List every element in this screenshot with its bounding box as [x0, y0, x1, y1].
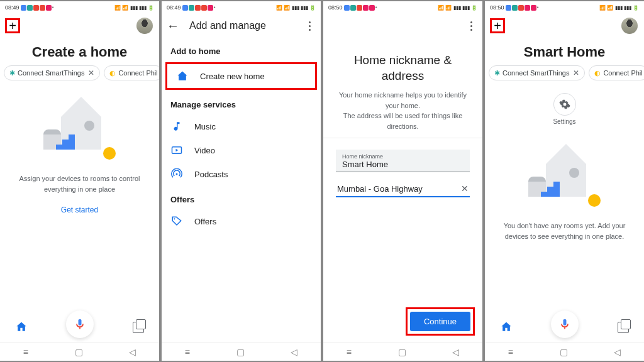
home-button[interactable]: ▢ [560, 347, 568, 357]
app-bar: + [485, 14, 644, 38]
section-add-to-home: Add to home [162, 38, 321, 61]
add-button[interactable]: + [5, 18, 20, 33]
house-illustration [524, 144, 606, 213]
svg-point-1 [176, 173, 178, 175]
item-offers[interactable]: Offers [162, 209, 321, 233]
section-manage-services: Manage services [162, 91, 321, 114]
system-navbar: ≡▢◁ [162, 342, 321, 361]
status-icons: 📶 📶 ▮▮▮ ▮▮▮ 🔋 [599, 5, 639, 11]
status-icons: 📶 📶 ▮▮▮ ▮▮▮ 🔋 [114, 5, 154, 11]
chip-smartthings[interactable]: ✱Connect SmartThings✕ [4, 65, 100, 80]
status-bar: 08:50 • 📶 📶 ▮▮▮ ▮▮▮ 🔋 [485, 1, 644, 14]
discover-tab-icon[interactable] [618, 322, 629, 333]
chip-philips[interactable]: ◐Connect Phil [589, 65, 644, 80]
suggestion-chips: ✱Connect SmartThings✕ ◐Connect Phil [485, 60, 644, 85]
status-bar: 08:49 • 📶 📶 ▮▮▮ ▮▮▮ 🔋 [162, 1, 321, 14]
more-icon[interactable] [465, 18, 477, 33]
nickname-value: Smart Home [342, 160, 464, 169]
clear-address-icon[interactable]: ✕ [461, 184, 469, 194]
recents-button[interactable]: ≡ [347, 347, 352, 357]
podcasts-icon [170, 168, 183, 180]
item-podcasts[interactable]: Podcasts [162, 162, 321, 186]
system-navbar: ≡▢◁ [323, 342, 482, 361]
screen-nickname-address: 08:50 • 📶 📶 ▮▮▮ ▮▮▮ 🔋 Home nickname & ad… [323, 1, 482, 361]
clock: 08:49 [5, 4, 19, 11]
suggestion-chips: ✱Connect SmartThings✕ ◐Connect Phil [0, 60, 159, 85]
home-button[interactable]: ▢ [398, 347, 406, 357]
screen-create-home: 08:49 • 📶 📶 ▮▮▮ ▮▮▮ 🔋 + Create a home ✱C… [0, 1, 159, 361]
tag-icon [170, 215, 183, 228]
status-icons: 📶 📶 ▮▮▮ ▮▮▮ 🔋 [438, 5, 477, 11]
back-button[interactable]: ◁ [452, 347, 459, 357]
recents-button[interactable]: ≡ [508, 347, 513, 357]
home-button[interactable]: ▢ [236, 347, 245, 357]
get-started-button[interactable]: Get started [0, 206, 159, 214]
status-bar: 08:49 • 📶 📶 ▮▮▮ ▮▮▮ 🔋 [0, 1, 159, 14]
chip-smartthings[interactable]: ✱Connect SmartThings✕ [489, 65, 585, 80]
continue-button[interactable]: Continue [410, 312, 470, 331]
page-title: Smart Home [485, 44, 644, 60]
clock: 08:50 [328, 4, 343, 11]
status-bar: 08:50 • 📶 📶 ▮▮▮ ▮▮▮ 🔋 [323, 1, 482, 14]
more-icon[interactable] [303, 18, 316, 33]
add-button[interactable]: + [490, 18, 505, 33]
assistant-mic-button[interactable] [551, 310, 579, 338]
recents-button[interactable]: ≡ [185, 347, 190, 357]
system-navbar: ≡▢◁ [0, 342, 159, 361]
home-button[interactable]: ▢ [75, 347, 83, 357]
back-button[interactable]: ◁ [129, 347, 136, 357]
back-button[interactable]: ◁ [291, 347, 297, 357]
home-icon [176, 70, 189, 82]
app-bar [323, 14, 482, 38]
helper-text: Assign your devices to rooms to controle… [0, 173, 159, 194]
page-title: Create a home [0, 44, 159, 60]
helper-text: You don't have any rooms yet. Add yourde… [485, 221, 644, 241]
settings-label: Settings [485, 118, 644, 125]
clock: 08:50 [490, 4, 504, 11]
back-icon[interactable]: ← [167, 19, 179, 33]
account-avatar[interactable] [136, 18, 153, 34]
item-video[interactable]: Video [162, 138, 321, 162]
recents-button[interactable]: ≡ [23, 347, 28, 357]
chip-philips[interactable]: ◐Connect Phil [104, 65, 159, 80]
app-bar: ← Add and manage [162, 14, 321, 38]
discover-tab-icon[interactable] [133, 322, 144, 333]
address-field[interactable]: Mumbai - Goa Highway ✕ [336, 180, 470, 197]
back-button[interactable]: ◁ [614, 347, 621, 357]
assistant-mic-button[interactable] [66, 310, 94, 338]
music-icon [170, 120, 183, 133]
system-navbar: ≡▢◁ [485, 342, 644, 361]
house-illustration [39, 97, 121, 166]
item-create-new-home[interactable]: Create new home [165, 62, 317, 90]
nickname-label: Home nickname [342, 153, 464, 160]
video-icon [170, 144, 183, 156]
clock: 08:49 [167, 4, 181, 11]
section-offers: Offers [162, 186, 321, 209]
address-value: Mumbai - Goa Highway [337, 184, 423, 194]
close-icon[interactable]: ✕ [88, 69, 94, 77]
svg-point-2 [174, 218, 175, 219]
helper-text: Your home nickname helps you to identify… [323, 84, 482, 138]
account-avatar[interactable] [621, 18, 638, 34]
item-music[interactable]: Music [162, 114, 321, 138]
settings-button[interactable] [553, 93, 576, 116]
screen-smart-home: 08:50 • 📶 📶 ▮▮▮ ▮▮▮ 🔋 + Smart Home ✱Conn… [485, 1, 644, 361]
status-icons: 📶 📶 ▮▮▮ ▮▮▮ 🔋 [276, 5, 316, 11]
page-title: Add and manage [189, 20, 266, 31]
page-title: Home nickname & address [323, 53, 482, 84]
app-bar: + [0, 14, 159, 38]
nickname-field[interactable]: Home nickname Smart Home [336, 150, 470, 172]
screen-add-manage: 08:49 • 📶 📶 ▮▮▮ ▮▮▮ 🔋 ← Add and manage A… [162, 1, 321, 361]
close-icon[interactable]: ✕ [573, 69, 579, 77]
